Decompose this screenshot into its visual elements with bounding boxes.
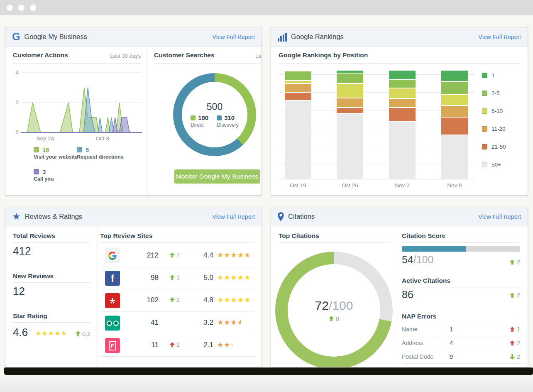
review-count: 102 (128, 296, 159, 304)
legend-swatch (191, 115, 196, 120)
citation-donut-value: 72 (315, 299, 329, 312)
review-count: 41 (128, 318, 159, 327)
map-pin-icon (278, 212, 284, 221)
citation-score-value: 54/100 (402, 254, 433, 266)
citation-score-label: Citation Score (402, 232, 445, 240)
bar-segment-21-50 (285, 93, 311, 100)
star-icon: ★ (12, 212, 21, 221)
review-rating: 3.2 (194, 318, 213, 327)
bar-segment-11-20 (285, 84, 311, 92)
up-arrow-icon (510, 341, 515, 346)
rating-stars: ★★★★★ (217, 273, 254, 282)
bar-segment-21-50 (337, 108, 363, 113)
legend-item: 2-5 (482, 90, 500, 96)
divider (13, 322, 90, 323)
bar-segment-50+ (285, 101, 311, 179)
legend-label: Visit your website (34, 154, 78, 160)
divider (100, 242, 254, 243)
google-icon (105, 248, 120, 263)
top-review-sites-label: Top Review Sites (100, 232, 152, 240)
bar-segment-21-50 (441, 118, 468, 134)
legend-swatch (482, 73, 487, 78)
legend-value: 190 (198, 114, 208, 121)
review-change: 7 (169, 252, 180, 258)
divider (13, 282, 90, 283)
bar-segment-6-10 (285, 81, 311, 83)
view-full-report-link[interactable]: View Full Report (479, 213, 521, 220)
panel-header: Google Rankings View Full Report (271, 27, 528, 47)
bar-segment-6-10 (337, 84, 363, 98)
google-g-icon: G (12, 32, 20, 42)
bar-segment-2-5 (337, 74, 363, 83)
progress-fill (402, 246, 466, 252)
legend-item: 16 Visit your website (34, 146, 78, 160)
legend-label: 11-20 (491, 126, 506, 132)
window-control-button[interactable] (30, 5, 36, 11)
stacked-bar-nov-2 (389, 71, 416, 179)
review-rating: 4.8 (194, 296, 213, 304)
legend-swatch (34, 147, 39, 152)
legend-item: 310 Discovery (217, 114, 239, 128)
legend-item: 3 Call you (34, 168, 54, 182)
nap-errors-label: NAP Errors (402, 313, 436, 320)
star-rating-label: Star Rating (13, 312, 47, 320)
nap-error-row: Address 4 2 (402, 336, 520, 350)
bar-segment-1 (441, 71, 468, 81)
nap-change: 2 (510, 340, 520, 346)
top-citations-donut-chart: 72/100 8 (275, 252, 393, 368)
x-axis-label: Sep 24 (32, 135, 59, 142)
customer-searches-donut-chart: 500 190 Direct 310 Discovery (173, 73, 256, 156)
legend-swatch (482, 144, 487, 149)
view-full-report-link[interactable]: View Full Report (213, 34, 255, 40)
divider (279, 242, 389, 243)
window-control-button[interactable] (18, 5, 24, 11)
panel-header: G Google My Business View Full Report (5, 27, 262, 47)
window-control-button[interactable] (7, 5, 13, 11)
legend-swatch (482, 91, 487, 96)
review-change: 2 (169, 296, 180, 303)
bar-segment-6-10 (441, 95, 468, 105)
divider (279, 63, 520, 64)
stacked-bar-nov-9 (441, 71, 468, 179)
bar-segment-50+ (441, 135, 468, 179)
up-arrow-icon (169, 252, 175, 258)
nap-value: 4 (450, 340, 453, 346)
legend-label: 21-50 (491, 144, 506, 150)
bar-segment-2-5 (441, 82, 468, 94)
review-rating: 5.0 (194, 274, 213, 282)
legend-item: 6-10 (482, 108, 503, 114)
divider (402, 287, 520, 287)
citation-score-change: 2 (501, 259, 520, 265)
review-site-row: * 102 2 4.8 ★★★★★ (100, 289, 254, 312)
monitor-gmb-button[interactable]: Monitor Google My Business (174, 169, 260, 184)
period-label: Last 30 days (101, 53, 141, 59)
legend-item: 5 Request directions (77, 146, 124, 160)
view-full-report-link[interactable]: View Full Report (213, 213, 255, 220)
divider (13, 242, 90, 243)
panel-title: Google Rankings (291, 33, 344, 41)
legend-label: 50+ (491, 162, 501, 168)
total-reviews-value: 412 (13, 245, 31, 257)
bar-segment-1 (389, 71, 416, 79)
review-site-row: f 98 1 5.0 ★★★★★ (100, 267, 254, 289)
column-divider (147, 47, 147, 196)
legend-label: Discovery (217, 122, 239, 128)
top-citations-label: Top Citations (279, 232, 319, 240)
google-my-business-panel: G Google My Business View Full Report Cu… (5, 27, 262, 196)
up-arrow-icon (510, 293, 515, 298)
legend-swatch (482, 108, 487, 114)
window-titlebar (0, 0, 533, 15)
new-reviews-label: New Reviews (13, 272, 54, 280)
view-full-report-link[interactable]: View Full Report (479, 34, 521, 40)
column-divider (397, 226, 397, 368)
legend-swatch (217, 115, 222, 120)
panel-header: ★ Reviews & Ratings View Full Report (5, 207, 262, 226)
legend-item: 50+ (482, 162, 501, 168)
bar-segment-2-5 (389, 80, 416, 88)
citation-donut-change: 8 (329, 315, 339, 323)
section-title: Google Rankings by Position (279, 51, 368, 59)
google-rankings-panel: Google Rankings View Full Report Google … (271, 27, 528, 196)
up-arrow-icon (169, 275, 175, 280)
bar-segment-11-20 (441, 106, 468, 117)
period-label: Last 30 days (255, 53, 262, 59)
